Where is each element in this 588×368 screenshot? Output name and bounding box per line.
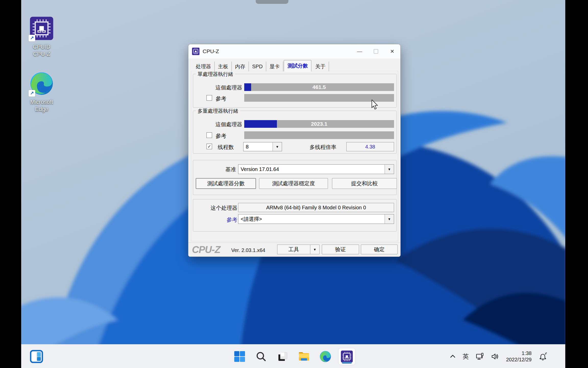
ethernet-icon (475, 352, 484, 361)
icon-label-line2: CPU-Z (25, 51, 58, 58)
tab-bench[interactable]: 測試分數 (284, 60, 311, 71)
screen-top-handle[interactable] (256, 0, 288, 4)
single-thread-group: 單處理器執行緒 這個處理器 461.5 參考 (193, 74, 397, 108)
group-legend: 多重處理器執行緒 (196, 108, 240, 114)
multi-thread-score: 2023.1 (244, 120, 394, 128)
tab-spd[interactable]: SPD (249, 62, 266, 71)
maximize-icon (374, 49, 378, 54)
benchmark-group: 基准 Version 17.01.64 ▼ 測試處理器分數 測試處理器穩定度 提… (193, 160, 397, 195)
chevron-down-icon[interactable]: ▼ (385, 214, 394, 224)
icon-label-line1: CPUID (25, 43, 58, 51)
bench-cpu-button[interactable]: 測試處理器分數 (196, 178, 256, 189)
ratio-label: 多线程倍率 (310, 144, 336, 151)
clock[interactable]: 1:38 2022/12/29 (506, 350, 532, 363)
task-view-button[interactable] (274, 348, 291, 365)
multi-reference-bar (244, 131, 394, 139)
network-button[interactable] (475, 352, 484, 361)
processor-reference-group: 这个处理器 ARMv8 (64-bit) Family 8 Model 0 Re… (193, 199, 397, 232)
this-processor-label: 這個處理器 (193, 121, 242, 128)
processor-name-value: ARMv8 (64-bit) Family 8 Model 0 Revision… (266, 205, 366, 211)
edge-taskbar-button[interactable] (317, 348, 334, 365)
taskbar: 英 1:38 2022/12/29 (21, 344, 565, 368)
this-processor-label: 這個處理器 (193, 84, 242, 91)
reference-select-value: <請選擇> (238, 214, 385, 224)
active-app-indicator (342, 362, 352, 364)
bench-version-select[interactable]: Version 17.01.64 ▼ (238, 164, 394, 174)
desktop-icon-cpuz[interactable]: ↗ CPUID CPU-Z (25, 16, 58, 58)
chevron-up-icon (449, 353, 456, 360)
multi-thread-group: 多重處理器執行緒 這個處理器 2023.1 參考 ✓ 线程数 8 ▼ 多线程倍率… (193, 111, 397, 154)
widgets-button[interactable] (28, 348, 45, 365)
language-indicator[interactable]: 英 (463, 352, 469, 361)
search-button[interactable] (253, 348, 269, 365)
tools-button[interactable]: 工具 (277, 245, 310, 254)
check-icon: ✓ (207, 144, 211, 149)
cpuz-window-icon (192, 48, 200, 55)
multi-thread-score-bar: 2023.1 (244, 120, 394, 128)
tools-dropdown-button[interactable]: ▼ (310, 245, 320, 254)
clock-date: 2022/12/29 (506, 356, 532, 363)
single-thread-score-bar: 461.5 (244, 83, 394, 91)
tab-cpu[interactable]: 处理器 (192, 62, 215, 71)
threads-count-select[interactable]: 8 ▼ (243, 142, 282, 151)
speaker-icon (491, 352, 499, 361)
svg-text:z: z (546, 352, 547, 354)
stress-cpu-button[interactable]: 測試處理器穩定度 (259, 178, 328, 189)
mouse-cursor (371, 100, 380, 110)
reference-select[interactable]: <請選擇> ▼ (238, 214, 394, 224)
close-button[interactable]: ✕ (384, 44, 400, 59)
tab-mainboard[interactable]: 主板 (215, 62, 232, 71)
app-version: Ver. 2.03.1.x64 (231, 247, 265, 253)
single-reference-checkbox[interactable] (206, 95, 212, 101)
chevron-down-icon[interactable]: ▼ (385, 165, 394, 174)
volume-button[interactable] (491, 352, 499, 361)
task-view-icon (277, 351, 288, 362)
footer-bar: CPU-Z Ver. 2.03.1.x64 工具 ▼ 验证 确定 (188, 243, 400, 257)
clock-time: 1:38 (506, 350, 532, 356)
icon-label-line1: Microsoft (25, 99, 58, 106)
search-icon (255, 351, 267, 362)
submit-compare-button[interactable]: 提交和比較 (332, 178, 397, 189)
edge-icon (320, 351, 331, 362)
validate-button[interactable]: 验证 (322, 245, 359, 254)
desktop: ↗ CPUID CPU-Z ↗ Microsoft Edge CPU-Z — ✕ (21, 0, 565, 368)
tab-graphics[interactable]: 显卡 (266, 62, 283, 71)
chevron-down-icon[interactable]: ▼ (273, 142, 282, 151)
window-title: CPU-Z (203, 48, 219, 54)
cpuz-window: CPU-Z — ✕ 处理器 主板 内存 SPD 显卡 測試分數 关于 單處理器執… (188, 44, 401, 257)
bell-sleep-icon: z z (538, 352, 547, 361)
widgets-icon (30, 350, 43, 363)
notification-button[interactable]: z z (538, 352, 547, 361)
this-processor-label: 这个处理器 (188, 204, 237, 212)
reference-label: 參考 (216, 132, 226, 140)
threads-count-value: 8 (243, 142, 273, 151)
titlebar[interactable]: CPU-Z — ✕ (188, 44, 400, 59)
single-thread-score: 461.5 (244, 83, 394, 91)
pillarbox-left (0, 0, 21, 368)
reference-link-label[interactable]: 參考 (188, 216, 237, 223)
cpuz-taskbar-button[interactable] (339, 348, 355, 365)
start-button[interactable] (231, 348, 248, 365)
threads-checkbox[interactable]: ✓ (206, 144, 212, 149)
tab-about[interactable]: 关于 (312, 62, 329, 71)
minimize-button[interactable]: — (351, 44, 368, 59)
tab-memory[interactable]: 内存 (232, 62, 249, 71)
ratio-value-box: 4.38 (346, 142, 394, 151)
maximize-button[interactable] (368, 44, 384, 59)
file-explorer-button[interactable] (296, 348, 312, 365)
bench-version-label: 基准 (188, 166, 236, 173)
multi-reference-checkbox[interactable] (206, 132, 212, 138)
file-explorer-icon (298, 350, 310, 363)
ok-button[interactable]: 确定 (361, 245, 398, 254)
desktop-icon-edge[interactable]: ↗ Microsoft Edge (25, 72, 58, 113)
tray-chevron-button[interactable] (449, 353, 456, 360)
reference-label: 參考 (216, 95, 226, 102)
shortcut-arrow-icon: ↗ (29, 90, 35, 97)
cpuz-logo: CPU-Z (192, 244, 220, 255)
icon-label-line2: Edge (25, 106, 58, 113)
start-icon (234, 351, 246, 362)
group-legend: 單處理器執行緒 (196, 71, 235, 78)
pillarbox-right (565, 0, 588, 368)
ratio-value: 4.38 (365, 144, 375, 150)
processor-name-box: ARMv8 (64-bit) Family 8 Model 0 Revision… (238, 203, 394, 212)
